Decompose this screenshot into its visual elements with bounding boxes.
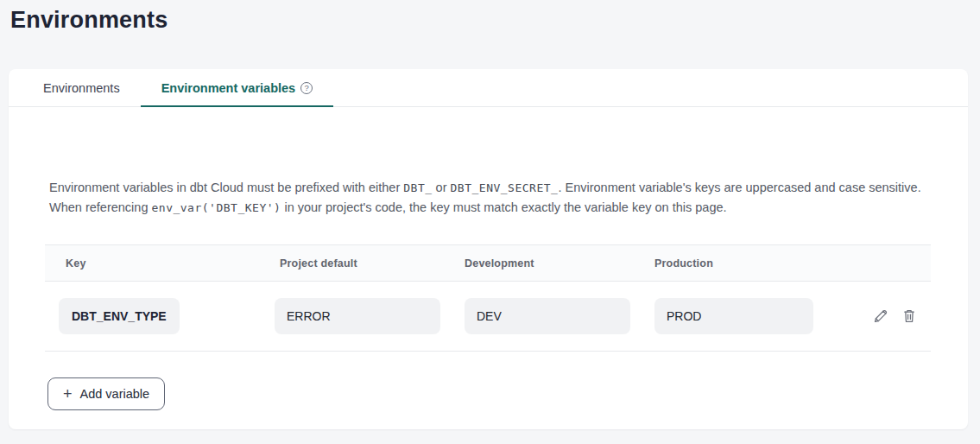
code-dbt-prefix: DBT_	[403, 181, 432, 194]
environments-page: Environments Environments Environment va…	[0, 0, 980, 429]
tab-environment-variables[interactable]: Environment variables ?	[141, 69, 334, 106]
production-value: PROD	[654, 298, 813, 334]
plus-icon: +	[63, 386, 73, 402]
help-icon[interactable]: ?	[300, 82, 313, 94]
project-default-value: ERROR	[275, 298, 440, 334]
pencil-icon	[873, 308, 888, 324]
row-actions	[824, 308, 931, 324]
column-header-production: Production	[641, 257, 824, 270]
environment-variables-table: Key Project default Development Producti…	[45, 244, 931, 352]
development-value: DEV	[465, 298, 630, 334]
code-dbt-env-secret-prefix: DBT_ENV_SECRET_	[451, 181, 559, 194]
description-segment: Environment variables in dbt Cloud must …	[49, 181, 403, 194]
development-cell: DEV	[451, 298, 641, 334]
description-segment: in your project's code, the key must mat…	[281, 200, 726, 214]
trash-icon	[901, 308, 917, 324]
tab-environments-label: Environments	[43, 81, 120, 95]
tab-environment-variables-label: Environment variables	[161, 81, 296, 95]
description-segment: or	[433, 181, 451, 194]
key-cell: DBT_ENV_TYPE	[45, 298, 261, 334]
code-env-var: env_var('DBT_KEY')	[151, 201, 281, 214]
tab-content: Environment variables in dbt Cloud must …	[9, 178, 968, 410]
page-title: Environments	[10, 7, 980, 34]
column-header-development: Development	[451, 257, 641, 270]
add-variable-button[interactable]: + Add variable	[47, 377, 165, 410]
variable-key-pill: DBT_ENV_TYPE	[59, 298, 180, 334]
environments-card: Environments Environment variables ? Env…	[9, 69, 968, 429]
edit-variable-button[interactable]	[873, 308, 888, 324]
add-variable-label: Add variable	[80, 387, 150, 401]
table-row: DBT_ENV_TYPE ERROR DEV PROD	[45, 282, 931, 352]
project-default-cell: ERROR	[261, 298, 451, 334]
tab-bar: Environments Environment variables ?	[9, 69, 968, 107]
column-header-project-default: Project default	[261, 257, 451, 270]
delete-variable-button[interactable]	[901, 308, 917, 324]
production-cell: PROD	[641, 298, 824, 334]
description-text: Environment variables in dbt Cloud must …	[49, 178, 931, 218]
tab-environments[interactable]: Environments	[22, 69, 141, 106]
table-header-row: Key Project default Development Producti…	[45, 245, 931, 282]
column-header-key: Key	[45, 257, 261, 270]
